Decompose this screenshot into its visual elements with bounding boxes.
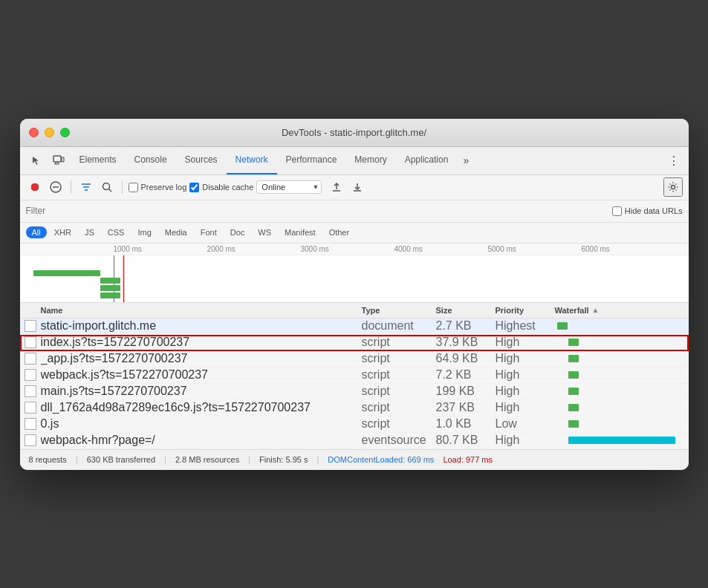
row-waterfall xyxy=(555,368,689,383)
wf-bars xyxy=(555,433,689,448)
type-btn-ws[interactable]: WS xyxy=(252,226,277,238)
row-waterfall xyxy=(555,384,689,399)
row-size: 199 KB xyxy=(436,385,496,398)
type-btn-doc[interactable]: Doc xyxy=(224,226,251,238)
status-dom-content-loaded: DOMContentLoaded: 669 ms xyxy=(328,455,434,464)
wf-bar xyxy=(568,371,579,379)
tab-performance[interactable]: Performance xyxy=(277,147,346,174)
row-size: 7.2 KB xyxy=(436,368,496,382)
filter-bar: Hide data URLs xyxy=(20,200,689,223)
preserve-log-label: Preserve log xyxy=(129,183,187,192)
svg-line-11 xyxy=(108,189,111,192)
row-file-icon xyxy=(25,369,36,381)
row-waterfall xyxy=(555,400,689,416)
wf-bar xyxy=(568,437,675,444)
disable-cache-checkbox[interactable] xyxy=(189,183,199,192)
type-btn-manifest[interactable]: Manifest xyxy=(279,226,322,238)
ruler-4000ms: 4000 ms xyxy=(394,245,423,253)
row-type: document xyxy=(362,319,436,333)
table-row[interactable]: webpack-hmr?page=/ eventsource 80.7 KB H… xyxy=(20,433,689,449)
filter-button[interactable] xyxy=(77,178,95,196)
table-row[interactable]: webpack.js?ts=1572270700237 script 7.2 K… xyxy=(20,368,689,384)
hide-data-urls-label: Hide data URLs xyxy=(612,206,683,216)
row-name: index.js?ts=1572270700237 xyxy=(41,336,362,349)
timeline-ruler: 1000 ms 2000 ms 3000 ms 4000 ms 5000 ms … xyxy=(20,244,689,255)
wf-bars xyxy=(555,368,689,383)
minimize-button[interactable] xyxy=(45,128,54,137)
table-row[interactable]: dll_1762a4d98a7289ec16c9.js?ts=157227070… xyxy=(20,400,689,416)
row-name: static-import.glitch.me xyxy=(41,319,362,333)
tab-network[interactable]: Network xyxy=(227,147,277,174)
status-sep-3: | xyxy=(248,455,250,464)
record-button[interactable]: ⏺ xyxy=(26,178,44,196)
type-btn-css[interactable]: CSS xyxy=(102,226,131,238)
settings-button[interactable] xyxy=(663,177,683,197)
filter-input[interactable] xyxy=(26,206,115,216)
timeline-bar-1 xyxy=(100,278,120,284)
row-type: script xyxy=(362,401,436,414)
maximize-button[interactable] xyxy=(60,128,70,137)
wf-bars xyxy=(555,416,689,432)
close-button[interactable] xyxy=(29,128,39,137)
svg-rect-0 xyxy=(53,156,61,162)
table-row[interactable]: static-import.glitch.me document 2.7 KB … xyxy=(20,318,689,335)
row-type: script xyxy=(362,368,436,382)
row-waterfall xyxy=(555,433,689,448)
upload-button[interactable] xyxy=(328,178,345,196)
table-row[interactable]: main.js?ts=1572270700237 script 199 KB H… xyxy=(20,384,689,400)
type-btn-other[interactable]: Other xyxy=(323,226,356,238)
row-priority: High xyxy=(496,368,555,382)
status-sep-1: | xyxy=(76,455,78,464)
table-row[interactable]: _app.js?ts=1572270700237 script 64.9 KB … xyxy=(20,351,689,368)
tab-application[interactable]: Application xyxy=(396,147,458,174)
preserve-log-text: Preserve log xyxy=(141,183,187,192)
row-name: webpack.js?ts=1572270700237 xyxy=(41,368,362,382)
row-file-icon xyxy=(25,320,36,332)
preserve-log-checkbox[interactable] xyxy=(129,183,138,192)
wf-bar xyxy=(557,322,568,330)
row-priority: Highest xyxy=(496,319,555,333)
wf-bars xyxy=(555,400,689,416)
row-type: script xyxy=(362,336,436,349)
ruler-2000ms: 2000 ms xyxy=(207,245,236,253)
window-title: DevTools - static-import.glitch.me/ xyxy=(282,127,426,138)
type-btn-js[interactable]: JS xyxy=(79,226,100,238)
search-button[interactable] xyxy=(98,178,116,196)
type-btn-media[interactable]: Media xyxy=(159,226,193,238)
table-header: Name Type Size Priority Waterfall ▲ xyxy=(20,303,689,318)
cursor-icon-btn[interactable] xyxy=(26,150,47,171)
table-row[interactable]: index.js?ts=1572270700237 script 37.9 KB… xyxy=(20,335,689,351)
row-type: script xyxy=(362,385,436,398)
type-btn-xhr[interactable]: XHR xyxy=(48,226,77,238)
type-btn-font[interactable]: Font xyxy=(195,226,223,238)
status-sep-2: | xyxy=(164,455,166,464)
ruler-6000ms: 6000 ms xyxy=(582,245,610,253)
row-file-icon xyxy=(25,336,36,348)
table-row[interactable]: 0.js script 1.0 KB Low xyxy=(20,416,689,433)
throttle-select[interactable]: Online Fast 3G Slow 3G Offline No thrott… xyxy=(256,180,322,194)
status-finish: Finish: 5.95 s xyxy=(259,455,308,464)
col-header-name: Name xyxy=(20,306,362,315)
row-file-icon xyxy=(25,402,36,414)
toolbar-sep-2 xyxy=(122,180,123,194)
hide-data-urls-checkbox[interactable] xyxy=(612,206,622,216)
type-btn-all[interactable]: All xyxy=(26,226,47,238)
row-size: 1.0 KB xyxy=(436,417,496,431)
tab-memory[interactable]: Memory xyxy=(345,147,395,174)
type-btn-img[interactable]: Img xyxy=(131,226,157,238)
row-priority: High xyxy=(496,352,555,365)
kebab-menu-button[interactable]: ⋮ xyxy=(665,154,683,168)
tab-sources[interactable]: Sources xyxy=(176,147,227,174)
network-toolbar: ⏺ Preserve log xyxy=(20,175,689,200)
status-requests: 8 requests xyxy=(29,455,67,464)
download-button[interactable] xyxy=(348,178,366,196)
more-tabs-button[interactable]: » xyxy=(458,154,473,166)
device-icon-btn[interactable] xyxy=(48,150,69,171)
tab-console[interactable]: Console xyxy=(126,147,176,174)
row-file-icon xyxy=(25,353,36,365)
clear-button[interactable] xyxy=(47,178,65,196)
row-size: 64.9 KB xyxy=(436,352,496,365)
row-size: 37.9 KB xyxy=(436,336,496,349)
row-file-icon xyxy=(25,434,36,446)
tab-elements[interactable]: Elements xyxy=(71,147,126,174)
